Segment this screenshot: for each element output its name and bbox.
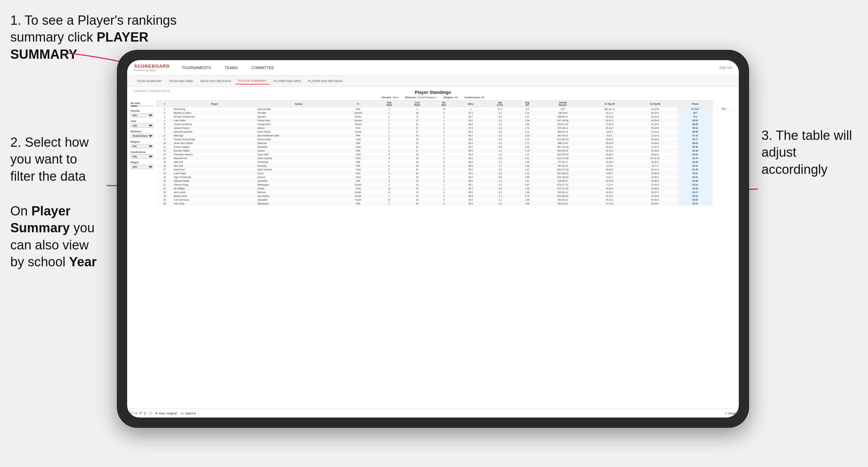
col-avg-sg: AvgSG xyxy=(515,101,539,107)
toolbar-share-btn[interactable]: ↗ Share xyxy=(725,412,736,415)
col-wins: Wins xyxy=(457,101,485,107)
sub-nav-player-h2h-grid[interactable]: PLAYER H2H GRID xyxy=(271,78,304,84)
division-select[interactable]: NCAA Division I xyxy=(131,134,154,138)
annotation-bottom-text: On PlayerSummary you can also view by sc… xyxy=(10,204,97,269)
sub-nav-player-summary[interactable]: PLAYER SUMMARY xyxy=(235,78,269,85)
col-conf-rank: ConfRank xyxy=(403,101,431,107)
year-select[interactable]: (All) First Second Third Fourth Fifth xyxy=(131,123,154,128)
table-row: 26Petr HrubyWashingtonFifth725068.6-1.81… xyxy=(157,202,736,205)
conference-select[interactable]: (All) xyxy=(131,154,154,159)
table-row: 24Bastien AmatNew MexicoFourth127269.4-1… xyxy=(157,194,736,198)
annotation-1-bold1: PLAYER xyxy=(97,30,148,44)
nav-item-committee[interactable]: COMMITTEE xyxy=(250,66,276,70)
col-player: Player xyxy=(173,101,257,107)
table-row: 12Brendan ValdesAuburnFifth517068.4-1.11… xyxy=(157,149,736,153)
content-area: No Rds. Gender Men Women Year xyxy=(127,100,739,409)
toolbar-undo[interactable]: ↩ xyxy=(130,411,133,415)
standings-header-area: Update time: 27/03/2024 16:56:26 Player … xyxy=(127,87,739,100)
year-filter-label: Year xyxy=(131,120,154,123)
col-adj: Adj.to Par xyxy=(485,101,515,107)
sub-nav-team-h2h-grid[interactable]: TEAM H2H GRID xyxy=(166,78,196,84)
tablet-screen: SCOREBOARD Powered by dippd TOURNAMENTS … xyxy=(127,60,739,418)
sub-nav-team-summary[interactable]: TEAM SUMMARY xyxy=(134,78,165,84)
bottom-toolbar: ↩ ↪ ↺ ⎘ 🕐 👁 View: Original 👀 Watch ▾ ↗ S… xyxy=(127,409,739,418)
table-row: 20Matthew RiedelVanderbiltFifth922068.5-… xyxy=(157,179,736,183)
table-row: 22Ian GilliganFloridaThird1024168.7-0.81… xyxy=(157,187,736,190)
tablet-device: SCOREBOARD Powered by dippd TOURNAMENTS … xyxy=(117,50,749,428)
table-row: 18Luke PowellUCLAFirst424069.1-1.81.1350… xyxy=(157,171,736,175)
nav-right: Sign out xyxy=(719,66,732,69)
annotation-bottom-bold2: Year xyxy=(69,255,97,269)
region-filter-display: Region: All xyxy=(444,96,458,99)
table-row: 2Michael Le SassoOle MissSecond118067.1-… xyxy=(157,111,736,115)
toolbar-redo[interactable]: ↪ xyxy=(134,411,137,415)
region-select[interactable]: N/A All xyxy=(131,144,154,148)
annotation-2: 2. Select how you want to filter the dat… xyxy=(10,134,107,185)
annotation-bottom: On PlayerSummary you can also view by sc… xyxy=(10,203,110,271)
table-row: 1Wenyi DingArizona StateFirst1115167.1-3… xyxy=(157,107,736,111)
page-title: Player Standings xyxy=(127,90,739,95)
annotation-bottom-bold1: PlayerSummary xyxy=(10,204,70,235)
nav-sign-out[interactable]: Sign out xyxy=(719,66,732,69)
table-row: 11Gordon SargentVanderbiltThird421068.7-… xyxy=(157,145,736,149)
table-row: 14Maxwell FordNorth CarolinaThird422069.… xyxy=(157,156,736,160)
table-row: 13Phichaksn MaichonTexas A&MThird630169.… xyxy=(157,153,736,156)
sidebar-filters: No Rds. Gender Men Women Year xyxy=(131,100,156,409)
nav-item-teams[interactable]: TEAMS xyxy=(223,66,240,70)
table-header-row: # Player School Yr RegRank ConfRank No.R… xyxy=(157,101,736,107)
nav-item-tournaments[interactable]: TOURNAMENTS xyxy=(180,66,213,70)
col-yr: Yr xyxy=(341,101,375,107)
division-filter-display: Division: NCAA Division I xyxy=(405,96,437,99)
col-overall: OverallRecord xyxy=(539,101,587,107)
annotation-1-text2: summary click PLAYER xyxy=(10,30,148,44)
table-row: 25Cole SherwoodVanderbiltFourth1223069.3… xyxy=(157,198,736,202)
sub-nav-team-h2h-heatmap[interactable]: TEAM H2H HEATMAP xyxy=(197,78,234,84)
filter-gender-group: Gender Men Women xyxy=(131,109,154,118)
annotation-2-l2: you want to xyxy=(10,152,77,166)
annotation-2-l1: 2. Select how xyxy=(10,135,89,149)
table-row: 6Jackson KoivunAuburnFirst127167.3-2.02.… xyxy=(157,126,736,130)
filter-conference-group: Conference (All) xyxy=(131,151,154,159)
annotation-1-bold2: SUMMARY xyxy=(10,47,77,62)
filter-region-group: Region N/A All xyxy=(131,140,154,148)
region-filter-label: Region xyxy=(131,140,154,143)
table-row: 21Taehoon SongWashingtonFourth523169.1-1… xyxy=(157,183,736,187)
table-row: 15Jake HallTennesseeFifth718068.5-1.51.6… xyxy=(157,160,736,164)
col-points: Points xyxy=(678,101,712,107)
toolbar-view-label[interactable]: 👁 View: Original xyxy=(155,412,177,415)
table-row: 4Luke ClatonFlorida StateSecond127268.2-… xyxy=(157,119,736,122)
player-select[interactable]: (All) xyxy=(131,165,154,169)
col-vs50: Vs Top 50 xyxy=(632,101,678,107)
conference-filter-label: Conference xyxy=(131,151,154,154)
annotation-3-l1: 3. The table will xyxy=(761,128,852,143)
filter-display-row: Gender: Men Division: NCAA Division I Re… xyxy=(127,96,739,99)
no-rds-label: No Rds. xyxy=(131,102,154,105)
table-container: # Player School Yr RegRank ConfRank No.R… xyxy=(156,100,735,409)
sub-nav-player-h2h-heatmap[interactable]: PLAYER H2H HEATMAP xyxy=(305,78,345,84)
gender-select[interactable]: Men Women xyxy=(131,113,154,118)
sub-nav: TEAM SUMMARY TEAM H2H GRID TEAM H2H HEAT… xyxy=(127,75,739,87)
toolbar-clock[interactable]: 🕐 xyxy=(148,412,152,415)
annotation-2-l3: filter the data xyxy=(10,169,86,184)
standings-table: # Player School Yr RegRank ConfRank No.R… xyxy=(156,100,735,205)
table-row: 16Alex GoffKentuckyFifth819068.3-1.71.92… xyxy=(157,164,736,168)
gender-filter-label: Gender xyxy=(131,109,154,112)
toolbar-refresh[interactable]: ↺ xyxy=(139,411,142,415)
filter-no-rds: No Rds. xyxy=(131,102,154,107)
col-rank: # xyxy=(157,101,173,107)
player-filter-label: Player xyxy=(131,161,154,164)
col-no-rds: No.Rds. xyxy=(431,101,457,107)
table-row: 10Jacob Skov OlesenArkansasFifth123068.4… xyxy=(157,141,736,145)
col-school: School xyxy=(256,101,341,107)
nav-logo-sub: Powered by dippd xyxy=(134,69,170,72)
toolbar-copy[interactable]: ⎘ xyxy=(144,411,146,415)
no-rds-slider[interactable] xyxy=(131,105,154,107)
table-body: 1Wenyi DingArizona StateFirst1115167.1-3… xyxy=(157,107,736,205)
toolbar-watch-btn[interactable]: 👀 Watch ▾ xyxy=(181,412,196,415)
annotation-3-l2: adjust accordingly xyxy=(761,145,827,176)
annotation-3: 3. The table will adjust accordingly xyxy=(761,127,858,178)
col-vs25: Vs Top 25 xyxy=(587,101,632,107)
table-row: 8Mats EgeEast Tennessee StateFifth124268… xyxy=(157,134,736,137)
gender-filter-display: Gender: Men xyxy=(382,96,398,99)
conference-filter-display: Conference: All xyxy=(465,96,484,99)
